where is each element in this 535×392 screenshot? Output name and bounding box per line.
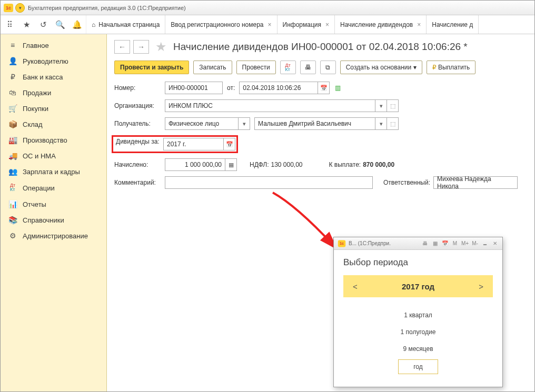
chevron-down-icon[interactable]: ▾ (239, 117, 250, 130)
chart-icon: 📊 (8, 200, 17, 208)
popup-heading: Выбор периода (343, 257, 493, 268)
chevron-down-icon[interactable]: ▾ (375, 117, 387, 130)
responsible-input[interactable]: Михеева Надежда Никола (433, 176, 518, 189)
year-value: 2017 год (402, 282, 434, 291)
favorite-star-icon[interactable]: ★ (155, 39, 167, 54)
period-option[interactable]: 1 квартал (343, 307, 493, 324)
tab-item[interactable]: Информация× (278, 15, 335, 34)
tab-home[interactable]: ⌂ Начальная страница (86, 15, 165, 34)
sidebar-item[interactable]: ≡Главное (1, 37, 106, 53)
topay-value: 870 000,00 (363, 161, 394, 168)
recipient-name-input[interactable]: Малышев Дмитрий Васильевич (254, 117, 375, 130)
apps-icon[interactable]: ⠿ (5, 20, 14, 29)
tool-icon[interactable]: 🖶 (421, 240, 429, 247)
print-button[interactable]: 🖶 (300, 61, 316, 74)
sidebar-item[interactable]: 📚Справочники (1, 212, 106, 228)
accrued-input[interactable]: 1 000 000,00 (165, 158, 225, 171)
forward-button[interactable]: → (133, 40, 149, 54)
tab-home-label: Начальная страница (98, 21, 160, 28)
tool-icon[interactable]: M- (471, 240, 479, 247)
tool-icon[interactable]: 📅 (441, 240, 449, 247)
div-for-input[interactable]: 2017 г. (163, 138, 224, 150)
from-label: от: (227, 84, 235, 92)
tab-item[interactable]: Ввод регистрационного номера× (165, 15, 277, 34)
tab-item[interactable]: Начисление дивидендов× (335, 15, 427, 34)
close-icon[interactable]: × (268, 21, 272, 28)
post-button[interactable]: Провести (236, 61, 276, 74)
topbar: ⠿ ★ ↺ 🔍 🔔 ⌂ Начальная страница Ввод реги… (1, 15, 534, 34)
chevron-down-icon[interactable]: ▾ (375, 99, 387, 112)
bell-icon[interactable]: 🔔 (72, 20, 82, 29)
open-icon[interactable]: ⬚ (387, 117, 399, 130)
ndfl-value: 130 000,00 (271, 161, 302, 168)
open-icon[interactable]: ⬚ (387, 99, 399, 112)
responsible-label: Ответственный: (383, 179, 430, 186)
link-button[interactable]: ⧉ (320, 61, 336, 74)
logo-1c-icon: 1c (4, 4, 13, 12)
org-input[interactable]: ИНКОМ ПЛЮС (165, 99, 375, 112)
recipient-label: Получатель: (114, 120, 165, 127)
close-icon[interactable]: × (417, 21, 421, 28)
main: ← → ★ Начисление дивидендов ИН00-000001 … (107, 34, 534, 391)
history-icon[interactable]: ↺ (38, 20, 48, 29)
sidebar-item[interactable]: 🚚ОС и НМА (1, 148, 106, 164)
ruble-icon: ₽ (8, 73, 17, 81)
number-label: Номер: (114, 84, 165, 92)
year-next-button[interactable]: > (479, 282, 483, 291)
comment-label: Комментарий: (114, 179, 165, 186)
calendar-icon[interactable]: 📅 (224, 138, 235, 150)
org-label: Организация: (114, 102, 165, 109)
year-prev-button[interactable]: < (353, 282, 358, 291)
period-option[interactable]: 1 полугодие (343, 324, 493, 340)
ndfl-label: НДФЛ: (250, 161, 269, 168)
create-based-button[interactable]: Создать на основании ▾ (340, 61, 422, 74)
comment-input[interactable] (165, 176, 373, 189)
sidebar-item[interactable]: ДтКтОперации (1, 179, 106, 196)
titlebar: 1c ▾ Бухгалтерия предприятия, редакция 3… (1, 1, 534, 15)
sidebar-item[interactable]: 🛒Покупки (1, 100, 106, 116)
ok-flag-icon: ▥ (335, 84, 341, 92)
dropdown-circle-icon[interactable]: ▾ (15, 3, 25, 13)
sidebar-item[interactable]: 👤Руководителю (1, 53, 106, 69)
dividends-for-highlight: Дивиденды за: 2017 г. 📅 (112, 135, 238, 153)
pay-button[interactable]: ₽ Выплатить (427, 61, 476, 74)
tool-icon[interactable]: ▦ (431, 240, 439, 247)
sidebar-item[interactable]: 📊Отчеты (1, 196, 106, 212)
period-picker-popup: 1c В... (1С:Предпри. 🖶 ▦ 📅 M M+ M- 🗕 ✕ В… (333, 237, 503, 387)
sidebar-item[interactable]: ₽Банк и касса (1, 69, 106, 85)
box-icon: 📦 (8, 120, 17, 128)
tab-item[interactable]: Начисление д (427, 15, 479, 34)
close-icon[interactable]: ✕ (491, 240, 499, 247)
person-icon: 👤 (8, 57, 17, 65)
sidebar-item[interactable]: 🏭Производство (1, 132, 106, 148)
popup-wintitle: В... (1С:Предпри. (349, 240, 391, 246)
write-button[interactable]: Записать (193, 61, 232, 74)
books-icon: 📚 (8, 216, 17, 224)
factory-icon: 🏭 (8, 136, 17, 144)
menu-icon: ≡ (8, 41, 17, 49)
minimize-icon[interactable]: 🗕 (481, 240, 489, 247)
close-icon[interactable]: × (325, 21, 329, 28)
back-button[interactable]: ← (114, 40, 130, 54)
sidebar-item[interactable]: 👥Зарплата и кадры (1, 164, 106, 179)
star-icon[interactable]: ★ (22, 20, 31, 29)
post-and-close-button[interactable]: Провести и закрыть (114, 61, 189, 74)
tool-icon[interactable]: M (451, 240, 459, 247)
period-option[interactable]: 9 месяцев (343, 340, 493, 357)
calendar-icon[interactable]: 📅 (318, 82, 330, 94)
calc-icon[interactable]: ▦ (225, 158, 237, 171)
logo-1c-icon: 1c (338, 240, 345, 247)
tool-icon[interactable]: M+ (461, 240, 469, 247)
sidebar-item[interactable]: 🛍Продажи (1, 85, 106, 100)
number-input[interactable]: ИН00-000001 (165, 82, 223, 94)
sidebar-item[interactable]: ⚙Администрирование (1, 228, 106, 244)
sidebar: ≡Главное 👤Руководителю ₽Банк и касса 🛍Пр… (1, 34, 107, 391)
search-icon[interactable]: 🔍 (55, 20, 65, 29)
sidebar-item[interactable]: 📦Склад (1, 116, 106, 132)
date-input[interactable]: 02.04.2018 10:06:26 (239, 82, 318, 94)
recipient-type-input[interactable]: Физическое лицо (165, 117, 239, 130)
gear-icon: ⚙ (8, 232, 17, 240)
dtkt-button[interactable]: ДтКт (280, 61, 296, 74)
home-icon: ⌂ (92, 21, 95, 28)
period-option-selected[interactable]: год (398, 359, 438, 374)
